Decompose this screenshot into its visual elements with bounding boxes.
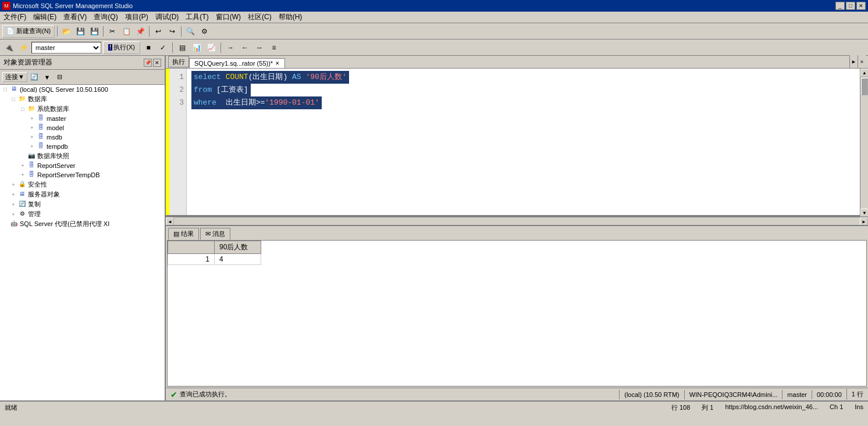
- sql-content[interactable]: select COUNT(出生日期) AS '90后人数' from [工资表]…: [187, 69, 860, 215]
- menu-file[interactable]: 文件(F): [0, 11, 30, 23]
- tree-item-databases[interactable]: □ 📁 数据库: [0, 94, 165, 104]
- disconnect-button[interactable]: ⚡: [17, 41, 30, 54]
- close-editor-button[interactable]: ✕: [858, 55, 866, 68]
- toolbar-separator-5: [172, 42, 173, 53]
- menu-debug[interactable]: 调试(D): [152, 11, 183, 23]
- editor-scrollbar-x[interactable]: ◀ ▶: [166, 217, 868, 225]
- toggle-reportservertempdb[interactable]: +: [19, 172, 27, 178]
- save-all-button[interactable]: 💾: [88, 25, 101, 38]
- toggle-system-db[interactable]: □: [19, 106, 27, 112]
- connect-label[interactable]: 连接▼: [2, 72, 27, 82]
- filter-button[interactable]: ▼: [41, 71, 53, 83]
- toggle-server-objects[interactable]: +: [9, 192, 17, 198]
- open-button[interactable]: 📂: [60, 25, 73, 38]
- editor-scrollbar-y[interactable]: ▲ ▼: [860, 69, 868, 217]
- indent-button[interactable]: →: [224, 41, 237, 54]
- minimize-button[interactable]: _: [835, 2, 845, 10]
- menu-tools[interactable]: 工具(T): [182, 11, 212, 23]
- cell-count: 4: [215, 254, 261, 265]
- tree-item-server[interactable]: □ 🖥 (local) (SQL Server 10.50.1600: [0, 85, 165, 94]
- stop-button[interactable]: ■: [142, 41, 155, 54]
- database-selector[interactable]: master: [31, 42, 101, 53]
- collapse-all-button[interactable]: ⊟: [54, 71, 66, 83]
- status-bar: ✔ 查询已成功执行。 (local) (10.50 RTM) WIN-PEQOI…: [166, 388, 868, 400]
- editor-tab-sqlquery[interactable]: SQLQuery1.sq...rator (55))* ✕: [189, 58, 285, 68]
- parse-button[interactable]: ✓: [156, 41, 169, 54]
- tree-item-server-objects[interactable]: + 🖥 服务器对象: [0, 189, 165, 199]
- tree-item-replication[interactable]: + 🔄 复制: [0, 199, 165, 209]
- connect-button[interactable]: 🔌: [2, 41, 15, 54]
- scroll-left-button[interactable]: ◀: [166, 217, 174, 225]
- menu-query[interactable]: 查询(Q): [90, 11, 121, 23]
- tree-item-sql-agent[interactable]: 🤖 SQL Server 代理(已禁用代理 XI: [0, 219, 165, 229]
- copy-button[interactable]: 📋: [120, 25, 133, 38]
- redo-button[interactable]: ↪: [166, 25, 179, 38]
- toggle-server[interactable]: □: [1, 87, 9, 92]
- toggle-management[interactable]: +: [9, 212, 17, 217]
- tree-item-db-snapshots[interactable]: 📷 数据库快照: [0, 151, 165, 161]
- toggle-sql-agent[interactable]: [1, 221, 9, 227]
- menu-community[interactable]: 社区(C): [244, 11, 275, 23]
- tree-item-system-db[interactable]: □ 📁 系统数据库: [0, 104, 165, 114]
- scroll-track-x[interactable]: [174, 217, 860, 225]
- toggle-databases[interactable]: □: [9, 96, 17, 102]
- menu-view[interactable]: 查看(V): [60, 11, 90, 23]
- outdent-button[interactable]: ←: [239, 41, 251, 54]
- maximize-button[interactable]: □: [846, 2, 855, 10]
- close-button[interactable]: ✕: [856, 2, 866, 10]
- execute-tab-btn[interactable]: 执行: [168, 56, 189, 67]
- tree-item-master[interactable]: + 🗄 master: [0, 114, 165, 123]
- status-left: ✔ 查询已成功执行。: [166, 390, 619, 399]
- tree-item-management[interactable]: + ⚙ 管理: [0, 209, 165, 219]
- scroll-right-button[interactable]: ▶: [860, 217, 868, 225]
- paste-button[interactable]: 📌: [134, 25, 147, 38]
- toggle-msdb[interactable]: +: [28, 134, 36, 140]
- scroll-track-y[interactable]: [860, 77, 868, 209]
- editor-area: 执行 SQLQuery1.sq...rator (55))* ✕ ▶ ✕ 1 2: [166, 56, 868, 400]
- new-query-button[interactable]: 📄 新建查询(N): [2, 25, 55, 38]
- toggle-model[interactable]: +: [28, 125, 36, 131]
- refresh-button[interactable]: 🔄: [29, 71, 40, 83]
- menu-window[interactable]: 窗口(W): [212, 11, 244, 23]
- tree-item-reportserver[interactable]: + 🗄 ReportServer: [0, 161, 165, 170]
- show-results-button[interactable]: ▤: [176, 41, 188, 54]
- comment-button[interactable]: --: [253, 41, 266, 54]
- tree-item-msdb[interactable]: + 🗄 msdb: [0, 133, 165, 142]
- toggle-tempdb[interactable]: +: [28, 144, 36, 149]
- object-explorer-tree[interactable]: □ 🖥 (local) (SQL Server 10.50.1600 □ 📁 数…: [0, 85, 165, 400]
- menu-help[interactable]: 帮助(H): [275, 11, 306, 23]
- tab-close-icon[interactable]: ✕: [275, 60, 280, 66]
- menu-edit[interactable]: 编辑(E): [30, 11, 60, 23]
- execute-button[interactable]: ! 执行(X): [103, 41, 140, 54]
- pin-button[interactable]: 📌: [144, 59, 152, 67]
- properties-button[interactable]: ⚙: [198, 25, 211, 38]
- toggle-reportserver[interactable]: +: [19, 163, 27, 169]
- undo-button[interactable]: ↩: [152, 25, 165, 38]
- scroll-up-button[interactable]: ▲: [860, 69, 868, 77]
- client-statistics-button[interactable]: 📈: [205, 41, 218, 54]
- uncomment-button[interactable]: ≡: [268, 41, 280, 54]
- tree-item-model[interactable]: + 🗄 model: [0, 123, 165, 133]
- include-actual-plan-button[interactable]: 📊: [190, 41, 203, 54]
- window-controls[interactable]: _ □ ✕: [835, 2, 866, 10]
- toggle-snapshots[interactable]: [19, 153, 27, 159]
- tab-scroll-right[interactable]: ▶: [849, 55, 858, 68]
- results-content[interactable]: 90后人数 1 4: [167, 240, 867, 386]
- close-panel-button[interactable]: ✕: [153, 59, 161, 67]
- results-tab-messages[interactable]: ✉ 消息: [200, 228, 230, 240]
- tree-item-reportservertempdb[interactable]: + 🗄 ReportServerTempDB: [0, 170, 165, 180]
- replication-icon: 🔄: [17, 201, 27, 209]
- toggle-security[interactable]: +: [9, 182, 17, 188]
- tree-item-security[interactable]: + 🔒 安全性: [0, 180, 165, 189]
- save-button[interactable]: 💾: [74, 25, 87, 38]
- sql-editor[interactable]: 1 2 3: [166, 69, 860, 217]
- toggle-master[interactable]: +: [28, 116, 36, 121]
- toggle-replication[interactable]: +: [9, 202, 17, 207]
- scroll-thumb-y[interactable]: [861, 78, 868, 95]
- results-tab-results[interactable]: ▤ 结果: [168, 228, 199, 240]
- tree-item-tempdb[interactable]: + 🗄 tempdb: [0, 142, 165, 151]
- menu-project[interactable]: 项目(P): [122, 11, 152, 23]
- cut-button[interactable]: ✂: [106, 25, 119, 38]
- scroll-down-button[interactable]: ▼: [860, 209, 868, 217]
- solution-explorer-button[interactable]: 🔍: [184, 25, 197, 38]
